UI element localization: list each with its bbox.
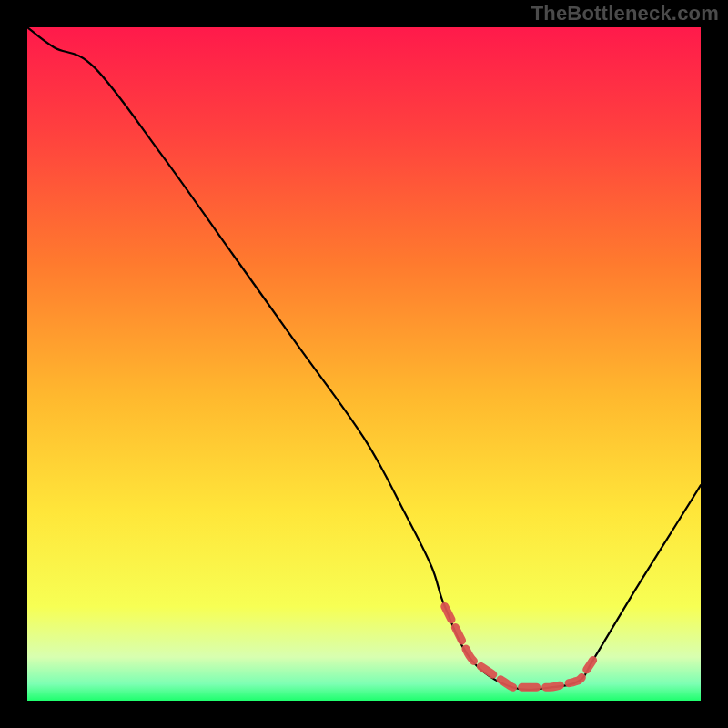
app-frame: TheBottleneck.com [0, 0, 728, 728]
chart-svg [27, 27, 701, 701]
plot-area [27, 27, 701, 701]
gradient-background [27, 27, 701, 701]
watermark-text: TheBottleneck.com [531, 2, 719, 25]
